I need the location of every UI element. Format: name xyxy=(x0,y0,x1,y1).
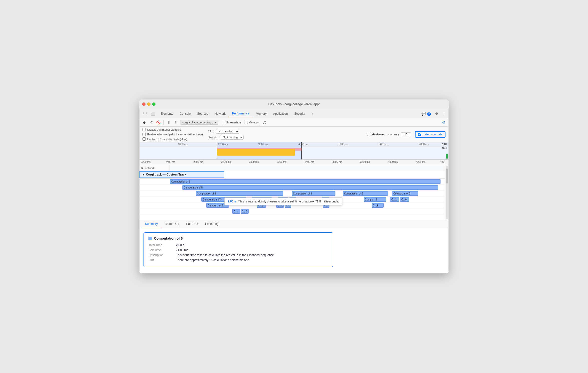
main-tick-3800: 3800 ms xyxy=(360,161,370,163)
main-tick-2600: 2600 ms xyxy=(193,161,203,163)
download-button[interactable]: ⬇ xyxy=(173,120,179,125)
paint-checkbox[interactable] xyxy=(143,133,146,136)
summary-color-indicator xyxy=(148,237,152,240)
options-right: Hardware concurrency Extension data xyxy=(367,131,445,138)
devtools-icon[interactable]: ⋮⋮ xyxy=(142,112,148,116)
timeline-wrapper: 1000 ms 2000 ms 3000 ms 4000 ms 5000 ms … xyxy=(140,142,448,220)
js-samples-checkbox[interactable] xyxy=(143,128,146,131)
devtools-content: ⋮⋮ ⬜ Elements Console Sources Network Pe… xyxy=(139,109,449,274)
tab-call-tree[interactable]: Call Tree xyxy=(183,220,202,228)
refresh-button[interactable]: ↺ xyxy=(148,120,154,125)
settings-icon[interactable]: ⚙ xyxy=(434,111,439,116)
c1-b[interactable]: C...1 xyxy=(390,197,399,202)
comp-of-6[interactable]: Computation of 6 xyxy=(170,179,441,184)
extension-data-toggle[interactable]: Extension data xyxy=(415,131,445,138)
tab-application[interactable]: Application xyxy=(270,110,291,117)
net-label: NET xyxy=(442,147,447,149)
settings-gear-icon[interactable]: ⚙ xyxy=(441,120,446,125)
screenshots-checkbox[interactable] xyxy=(222,121,225,124)
comp-of-3-b[interactable]: Computation of 3 xyxy=(343,191,388,196)
summary-description-row: Description This is the time taken to ca… xyxy=(148,253,328,257)
option-paint: Enable advanced paint instrumentation (s… xyxy=(143,133,203,136)
url-dropdown-icon: ▾ xyxy=(215,121,216,124)
extension-data-checkbox[interactable] xyxy=(418,133,421,136)
tab-memory[interactable]: Memory xyxy=(253,110,270,117)
hw-concurrency-input[interactable] xyxy=(401,132,411,136)
memory-check[interactable]: Memory xyxy=(245,121,259,124)
url-chip[interactable]: corgi-collage.vercel.app... ▾ xyxy=(180,120,218,125)
record-button[interactable]: ⏺ xyxy=(142,120,147,125)
tick-1000: 1000 ms xyxy=(178,143,187,146)
summary-self-time-row: Self Time 71.80 ms xyxy=(148,248,328,252)
title-bar: DevTools - corgi-collage.vercel.app/ xyxy=(139,99,449,109)
bottom-tabs: Summary Bottom-Up Call Tree Event Log xyxy=(140,220,448,228)
network-throttling-select[interactable]: No throttling xyxy=(220,135,244,140)
comp-row-3: Computation of 4 Computation of 3 Comput… xyxy=(140,190,445,196)
comp-2-c[interactable]: Compu... 2 xyxy=(364,197,386,202)
network-track-content xyxy=(169,165,445,171)
comp-of-5[interactable]: Computation of 5 xyxy=(182,185,438,190)
c-e[interactable]: C... xyxy=(232,209,240,214)
close-button[interactable] xyxy=(142,102,146,106)
c0-a[interactable]: C...0 xyxy=(400,197,409,202)
comp-row-6-content: C... C...0 xyxy=(169,208,445,214)
responsive-icon[interactable]: ⬜ xyxy=(151,112,155,116)
options-bar: Disable JavaScript samples Enable advanc… xyxy=(140,127,448,142)
main-tick-3600: 3600 ms xyxy=(332,161,342,163)
tab-performance[interactable]: Performance xyxy=(229,110,252,117)
minimize-button[interactable] xyxy=(147,102,150,106)
css-checkbox[interactable] xyxy=(143,137,146,141)
tab-elements[interactable]: Elements xyxy=(158,110,176,117)
more-options-icon[interactable]: ⋮ xyxy=(441,111,446,116)
c1-e[interactable]: C...1 xyxy=(372,203,384,208)
chat-badge: 2 xyxy=(427,112,431,116)
c0-b[interactable]: C...0 xyxy=(241,209,249,214)
tab-right-icons: 💬 2 ⚙ ⋮ xyxy=(421,111,446,116)
main-tick-2400: 2400 ms xyxy=(166,161,175,163)
main-tick-3200: 3200 ms xyxy=(277,161,286,163)
memory-checkbox[interactable] xyxy=(245,121,248,124)
main-tick-3000: 3000 ms xyxy=(249,161,259,163)
hw-concurrency-checkbox[interactable] xyxy=(367,133,370,136)
timeline-overview[interactable]: 1000 ms 2000 ms 3000 ms 4000 ms 5000 ms … xyxy=(140,142,448,160)
tab-network[interactable]: Network xyxy=(212,110,229,117)
corgi-expand-icon: ▼ xyxy=(142,173,145,176)
comp-of-2-a[interactable]: Comput...n of 2 xyxy=(392,191,418,196)
upload-button[interactable]: ⬆ xyxy=(166,120,172,125)
tab-console[interactable]: Console xyxy=(177,110,194,117)
tick-6000: 6000 ms xyxy=(379,143,388,146)
main-tick-2800: 2800 ms xyxy=(221,161,231,163)
traffic-lights xyxy=(142,102,155,106)
cpu-throttling-select[interactable]: No throttling xyxy=(216,129,239,134)
clear-button[interactable]: 🚫 xyxy=(155,120,161,125)
comp-of-3-a[interactable]: Computation of 3 xyxy=(292,191,335,196)
main-tick-4000: 4000 ms xyxy=(388,161,398,163)
toolbar: ⏺ ↺ 🚫 ⬆ ⬇ corgi-collage.vercel.app... ▾ … xyxy=(140,118,448,127)
tab-event-log[interactable]: Event Log xyxy=(202,220,222,228)
tab-security[interactable]: Security xyxy=(291,110,308,117)
toolbar-checks: Screenshots Memory 🖨 xyxy=(222,120,267,125)
summary-card: Computation of 6 Total Time 2.00 s Self … xyxy=(144,232,333,267)
comp-row-6: C... C...0 xyxy=(140,208,445,214)
comp-of-4[interactable]: Computation of 4 xyxy=(196,191,283,196)
scrollbar-handle[interactable] xyxy=(446,169,448,184)
tab-more[interactable]: » xyxy=(308,110,316,117)
devtools-window: DevTools - corgi-collage.vercel.app/ ⋮⋮ … xyxy=(139,99,449,274)
option-network: Network: No throttling xyxy=(208,135,244,140)
tab-sources[interactable]: Sources xyxy=(194,110,211,117)
maximize-button[interactable] xyxy=(152,102,155,106)
tab-bar: ⋮⋮ ⬜ Elements Console Sources Network Pe… xyxy=(140,109,448,118)
comp-row-2-content: Computation of 5 xyxy=(169,185,445,190)
options-left: Disable JavaScript samples Enable advanc… xyxy=(143,128,203,141)
toolbar-icon[interactable]: 🖨 xyxy=(262,120,267,125)
timeline-scrollbar[interactable] xyxy=(445,165,448,220)
chat-icon[interactable]: 💬 2 xyxy=(421,111,432,116)
tab-bottom-up[interactable]: Bottom-Up xyxy=(161,220,182,228)
network-track-label[interactable]: ▶ Network xyxy=(140,165,169,171)
network-track-row: ▶ Network xyxy=(140,165,445,171)
scrollbar-track xyxy=(446,166,448,219)
screenshots-check[interactable]: Screenshots xyxy=(222,121,241,124)
corgi-track-label[interactable]: ▼ Corgi track — Custom Track xyxy=(140,171,224,178)
option-cpu: CPU: No throttling xyxy=(208,129,244,134)
tab-summary[interactable]: Summary xyxy=(142,220,161,228)
